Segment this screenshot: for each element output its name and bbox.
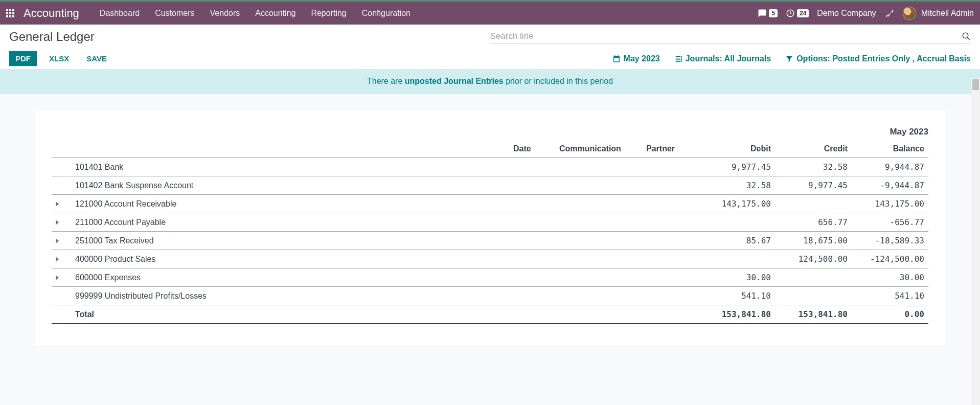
xlsx-button[interactable]: XLSX: [44, 51, 74, 66]
balance-value: 143,175.00: [852, 195, 928, 213]
caret-right-icon[interactable]: [56, 201, 59, 207]
svg-point-1: [963, 33, 968, 38]
apps-icon[interactable]: [6, 9, 14, 17]
search-wrap: [490, 30, 971, 44]
banner-suffix: prior or included in this period: [504, 77, 613, 85]
total-balance: 0.00: [852, 305, 928, 324]
balance-value: 9,944.87: [852, 158, 928, 176]
banner-prefix: There are: [367, 77, 405, 85]
account-name[interactable]: 101401 Bank: [71, 158, 509, 176]
balance-value: 30.00: [852, 268, 928, 287]
main-menu: Dashboard Customers Vendors Accounting R…: [93, 5, 418, 22]
chat-icon: [758, 9, 767, 18]
col-balance: Balance: [852, 141, 928, 158]
table-row[interactable]: 600000 Expenses30.0030.00: [52, 268, 928, 287]
chat-button[interactable]: 5: [758, 9, 778, 18]
debit-value: 32.58: [698, 176, 775, 195]
report-panel: May 2023 Date Communication Partner Debi…: [35, 109, 945, 345]
clock-icon: [786, 9, 795, 18]
account-name[interactable]: 101402 Bank Suspense Account: [71, 176, 509, 195]
activity-button[interactable]: 24: [786, 9, 809, 18]
menu-reporting[interactable]: Reporting: [304, 5, 353, 22]
account-name[interactable]: 251000 Tax Received: [71, 232, 509, 250]
caret-right-icon[interactable]: [56, 257, 59, 262]
table-row[interactable]: 121000 Account Receivable143,175.00143,1…: [52, 195, 928, 213]
col-credit: Credit: [775, 141, 852, 158]
table-row[interactable]: 400000 Product Sales124,500.00-124,500.0…: [52, 250, 928, 268]
period-title: May 2023: [52, 125, 928, 141]
vertical-scrollbar[interactable]: [971, 78, 980, 360]
menu-dashboard[interactable]: Dashboard: [93, 5, 147, 22]
balance-value: -656.77: [852, 213, 928, 232]
journals-filter[interactable]: Journals: All Journals: [674, 54, 771, 63]
balance-value: 541.10: [852, 287, 928, 305]
filter-icon: [785, 55, 793, 63]
expand-cell[interactable]: [52, 268, 71, 287]
report-wrap: May 2023 Date Communication Partner Debi…: [0, 94, 980, 360]
caret-right-icon[interactable]: [56, 220, 59, 225]
debit-value: 30.00: [698, 268, 775, 287]
search-icon[interactable]: [962, 32, 971, 41]
wrench-icon[interactable]: [884, 8, 895, 18]
unposted-banner[interactable]: There are unposted Journal Entries prior…: [0, 70, 980, 94]
search-input[interactable]: [490, 31, 958, 41]
total-row: Total153,841.80153,841.800.00: [52, 305, 928, 324]
table-row[interactable]: 251000 Tax Received85.6718,675.00-18,589…: [52, 232, 928, 250]
options-filter[interactable]: Options: Posted Entries Only , Accrual B…: [785, 54, 971, 63]
banner-strong: unposted Journal Entries: [405, 77, 504, 85]
expand-cell: [52, 287, 71, 305]
col-partner: Partner: [642, 141, 698, 158]
menu-vendors[interactable]: Vendors: [203, 5, 247, 22]
menu-accounting[interactable]: Accounting: [248, 5, 303, 22]
table-row[interactable]: 211000 Account Payable656.77-656.77: [52, 213, 928, 232]
journals-filter-label: Journals: All Journals: [686, 54, 771, 63]
debit-value: [698, 250, 775, 268]
account-name[interactable]: 121000 Account Receivable: [71, 195, 509, 213]
account-name[interactable]: 600000 Expenses: [71, 268, 509, 287]
expand-cell[interactable]: [52, 213, 71, 232]
expand-cell: [52, 176, 71, 195]
caret-right-icon[interactable]: [56, 238, 59, 243]
header-row: Date Communication Partner Debit Credit …: [52, 141, 928, 158]
balance-value: -9,944.87: [852, 176, 928, 195]
options-filter-label: Options: Posted Entries Only , Accrual B…: [796, 54, 971, 63]
balance-value: -18,589.33: [852, 232, 928, 250]
expand-cell[interactable]: [52, 195, 71, 213]
table-row[interactable]: 101401 Bank9,977.4532.589,944.87: [52, 158, 928, 176]
account-name[interactable]: 400000 Product Sales: [71, 250, 509, 268]
scrollbar-thumb[interactable]: [972, 79, 979, 90]
page-title: General Ledger: [9, 30, 490, 44]
debit-value: [698, 213, 775, 232]
menu-customers[interactable]: Customers: [148, 5, 201, 22]
subheader: General Ledger PDF XLSX SAVE May 2023 Jo…: [0, 25, 980, 70]
balance-value: -124,500.00: [852, 250, 928, 268]
credit-value: [775, 195, 852, 213]
credit-value: 32.58: [775, 158, 852, 176]
journal-icon: [674, 55, 682, 63]
filters-group: May 2023 Journals: All Journals Options:…: [612, 54, 971, 63]
account-name[interactable]: 211000 Account Payable: [71, 213, 509, 232]
col-communication: Communication: [555, 141, 642, 158]
avatar[interactable]: [903, 7, 916, 20]
pdf-button[interactable]: PDF: [9, 51, 37, 66]
table-row[interactable]: 999999 Undistributed Profits/Losses541.1…: [52, 287, 928, 305]
credit-value: [775, 287, 852, 305]
company-selector[interactable]: Demo Company: [817, 9, 876, 18]
period-filter[interactable]: May 2023: [612, 54, 660, 63]
expand-cell[interactable]: [52, 250, 71, 268]
save-button[interactable]: SAVE: [81, 51, 112, 66]
username[interactable]: Mitchell Admin: [921, 9, 974, 18]
expand-cell: [52, 158, 71, 176]
debit-value: 9,977.45: [698, 158, 775, 176]
brand-title[interactable]: Accounting: [24, 7, 79, 20]
expand-cell[interactable]: [52, 232, 71, 250]
caret-right-icon[interactable]: [56, 275, 59, 280]
menu-configuration[interactable]: Configuration: [355, 5, 418, 22]
debit-value: 85.67: [698, 232, 775, 250]
table-row[interactable]: 101402 Bank Suspense Account32.589,977.4…: [52, 176, 928, 195]
topbar: Accounting Dashboard Customers Vendors A…: [0, 0, 980, 25]
export-group: PDF XLSX SAVE: [9, 51, 112, 66]
account-name[interactable]: 999999 Undistributed Profits/Losses: [71, 287, 509, 305]
total-label: Total: [71, 305, 509, 324]
debit-value: 541.10: [698, 287, 775, 305]
